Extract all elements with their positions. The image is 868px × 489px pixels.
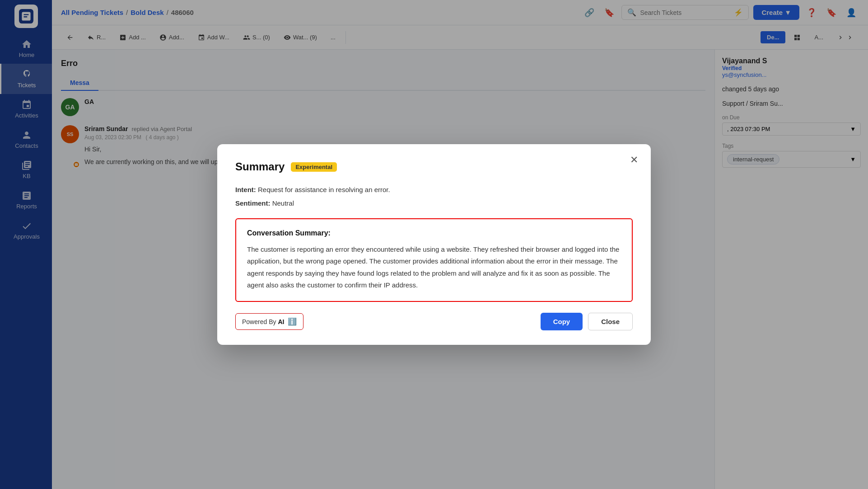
summary-box: Conversation Summary: The customer is re… [235, 218, 633, 302]
modal-overlay[interactable]: Summary Experimental ✕ Intent: Request f… [0, 0, 868, 489]
experimental-badge: Experimental [291, 162, 337, 172]
summary-modal: Summary Experimental ✕ Intent: Request f… [217, 144, 651, 345]
modal-header: Summary Experimental [235, 160, 633, 173]
intent-line: Intent: Request for assistance in resolv… [235, 183, 633, 197]
powered-by-label: Powered By AI [242, 318, 284, 325]
summary-box-text: The customer is reporting an error they … [247, 244, 621, 291]
sentiment-value: Neutral [272, 199, 294, 207]
modal-footer: Powered By AI ℹ️ Copy Close [235, 313, 633, 330]
modal-close-button[interactable]: ✕ [630, 154, 638, 166]
modal-meta: Intent: Request for assistance in resolv… [235, 183, 633, 210]
intent-label: Intent: [235, 186, 256, 193]
sentiment-label: Sentiment: [235, 199, 271, 207]
powered-by-badge: Powered By AI ℹ️ [235, 313, 303, 330]
intent-value: Request for assistance in resolving an e… [258, 186, 390, 193]
info-icon[interactable]: ℹ️ [288, 317, 297, 326]
footer-buttons: Copy Close [541, 313, 633, 330]
modal-title: Summary [235, 160, 285, 173]
sentiment-line: Sentiment: Neutral [235, 197, 633, 210]
copy-button[interactable]: Copy [541, 313, 583, 330]
close-button[interactable]: Close [588, 313, 633, 330]
summary-box-title: Conversation Summary: [247, 229, 621, 237]
